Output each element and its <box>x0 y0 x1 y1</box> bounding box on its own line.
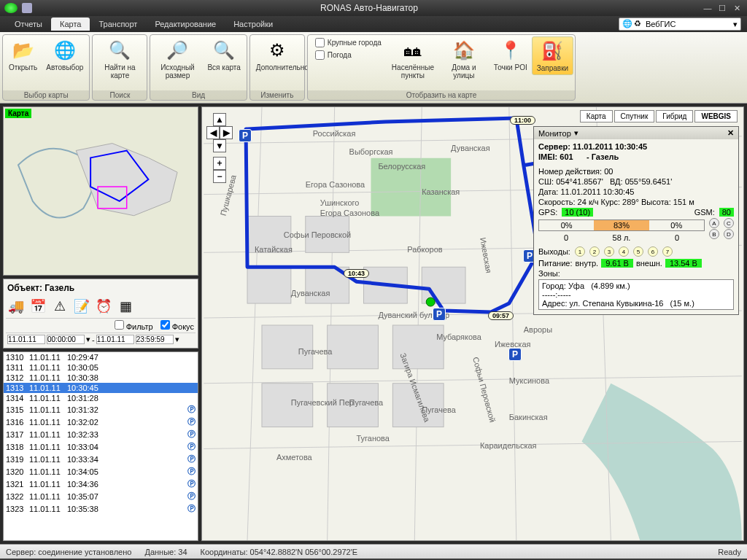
monitor-title-bar[interactable]: Монитор ▾ ✕ <box>534 127 738 139</box>
svg-text:Мубарякова: Мубарякова <box>436 332 482 341</box>
svg-text:Пугачевский Пер: Пугачевский Пер <box>291 398 354 407</box>
zoom-up-button[interactable]: ▲ <box>213 113 226 126</box>
refresh-icon: ♻ <box>634 19 644 29</box>
content: Карта Объект: Газель 🚚 📅 ⚠ 📝 ⏰ ▦ Фильтр <box>0 104 747 544</box>
log-row[interactable]: 131911.01.1110:33:34Ⓟ <box>4 453 198 465</box>
output-indicator: 4 <box>619 246 629 257</box>
monitor-close-button[interactable]: ✕ <box>727 128 734 138</box>
ribbon-icon: 🌐 <box>53 39 77 62</box>
ribbon-item[interactable]: 🏠Дома и улицы <box>438 36 489 82</box>
log-row[interactable]: 131811.01.1110:33:04Ⓟ <box>4 440 198 453</box>
search-input[interactable] <box>646 20 733 28</box>
zoom-right-button[interactable]: ▶ <box>220 126 233 139</box>
log-list[interactable]: 131011.01.1110:29:47131111.01.1110:30:05… <box>3 351 198 541</box>
svg-text:Пугачева: Пугачева <box>349 398 384 407</box>
minimap[interactable]: Карта <box>3 106 198 276</box>
ribbon-icon: 🏠 <box>452 39 476 62</box>
menubar: Отчеты Карта Транспорт Редактирование На… <box>0 16 747 32</box>
svg-text:Дуванская: Дуванская <box>291 289 330 298</box>
maximize-button[interactable]: ☐ <box>716 3 728 13</box>
ribbon-item[interactable]: 🔍Найти на карте <box>94 36 145 82</box>
svg-rect-22 <box>328 325 379 369</box>
dropdown-icon[interactable]: ▾ <box>733 20 738 29</box>
tab-map[interactable]: Карта <box>51 18 90 31</box>
clock-icon[interactable]: ⏰ <box>95 298 112 315</box>
ribbon-item[interactable]: 📍Точки POI <box>489 36 532 74</box>
log-row[interactable]: 132311.01.1110:35:38Ⓟ <box>4 502 198 515</box>
log-row[interactable]: 132111.01.1110:34:36Ⓟ <box>4 478 198 490</box>
calendar-icon[interactable]: 📅 <box>29 298 47 315</box>
ribbon-item[interactable]: ⚙Дополнительно <box>252 36 303 74</box>
log-row[interactable]: 131411.01.1110:31:28 <box>4 393 198 403</box>
svg-point-27 <box>426 298 435 306</box>
log-row[interactable]: 131511.01.1110:31:32Ⓟ <box>4 403 198 416</box>
log-row[interactable]: 132211.01.1110:35:07Ⓟ <box>4 490 198 502</box>
svg-text:Катайская: Катайская <box>255 245 293 254</box>
filter-check[interactable]: Фильтр <box>115 320 153 331</box>
object-panel: Объект: Газель 🚚 📅 ⚠ 📝 ⏰ ▦ Фильтр Фокус … <box>3 279 198 349</box>
svg-text:Дуванская: Дуванская <box>451 144 490 152</box>
zoom-out-button[interactable]: − <box>213 170 226 183</box>
focus-check[interactable]: Фокус <box>160 320 194 331</box>
map-mode-tab[interactable]: WEBGIS <box>694 110 738 122</box>
log-row[interactable]: 131211.01.1110:30:38 <box>4 373 198 383</box>
log-row[interactable]: 131311.01.1110:30:45 <box>4 383 198 393</box>
truck-icon[interactable]: 🚚 <box>7 298 25 315</box>
indicator-letter: B <box>709 229 719 239</box>
ribbon-check[interactable]: Крупные города <box>312 36 384 49</box>
ribbon-group-title: Вид <box>150 90 246 100</box>
parking-icon: P <box>508 348 522 361</box>
search-box[interactable]: 🌐 ♻ ▾ <box>619 18 741 31</box>
close-button[interactable]: ✕ <box>731 3 743 13</box>
log-row[interactable]: 131711.01.1110:32:33Ⓟ <box>4 428 198 440</box>
monitor-panel: Монитор ▾ ✕ Сервер: 11.01.2011 10:30:45 … <box>533 126 739 315</box>
indicator-letter: C <box>724 218 734 228</box>
ribbon-check[interactable]: Погода <box>312 49 384 61</box>
titlebar: RONAS Авто-Навигатор — ☐ ✕ <box>0 0 747 16</box>
output-indicator: 7 <box>662 246 673 257</box>
time-to[interactable] <box>136 335 174 344</box>
warning-icon[interactable]: ⚠ <box>51 298 69 315</box>
log-row[interactable]: 131011.01.1110:29:47 <box>4 352 198 362</box>
map-mode-tab[interactable]: Спутник <box>614 110 655 122</box>
monitor-dropdown-icon[interactable]: ▾ <box>574 128 578 138</box>
date-from[interactable] <box>7 335 45 344</box>
time-from[interactable] <box>47 335 85 344</box>
object-toolbar: 🚚 📅 ⚠ 📝 ⏰ ▦ <box>6 295 196 318</box>
date-to[interactable] <box>96 335 134 344</box>
tab-transport[interactable]: Транспорт <box>90 18 146 31</box>
indicator-letter: D <box>724 229 734 239</box>
tab-settings[interactable]: Настройки <box>225 18 282 31</box>
output-indicator: 5 <box>633 246 643 257</box>
log-row[interactable]: 132011.01.1110:34:05Ⓟ <box>4 465 198 478</box>
ribbon-item[interactable]: 🏘Населённые пункты <box>387 36 438 82</box>
ribbon-icon: ⛽ <box>541 39 564 63</box>
main-map[interactable]: Российская Выборгская Белорусская Егора … <box>201 106 744 541</box>
svg-text:Караидельская: Караидельская <box>480 441 537 450</box>
ribbon-group-title: Выбор карты <box>3 90 89 100</box>
ribbon-item[interactable]: 🔍Вся карта <box>203 36 244 74</box>
tab-reports[interactable]: Отчеты <box>6 18 51 31</box>
zoom-down-button[interactable]: ▼ <box>213 139 226 152</box>
log-row[interactable]: 131111.01.1110:30:05 <box>4 362 198 373</box>
svg-text:Бакинская: Бакинская <box>509 413 548 421</box>
minimize-button[interactable]: — <box>702 3 713 13</box>
ribbon-item[interactable]: ⛽Заправки <box>532 36 573 75</box>
ribbon-item[interactable]: 🔎Исходный размер <box>152 36 203 82</box>
zoom-left-button[interactable]: ◀ <box>206 126 220 139</box>
ribbon-item[interactable]: 📂Открыть <box>4 36 42 74</box>
grid-icon[interactable]: ▦ <box>117 298 134 315</box>
indicator-letter: A <box>709 218 719 228</box>
app-title: RONAS Авто-Навигатор <box>39 3 699 13</box>
ribbon-icon: 🔍 <box>108 39 131 62</box>
status-bar: Сервер: соединение установлено Данные: 3… <box>0 544 747 559</box>
ribbon-item[interactable]: 🌐Автовыбор <box>42 36 88 74</box>
fuel-percent-row: 0% 83% 0% <box>538 219 705 231</box>
svg-text:Рабкоров: Рабкоров <box>407 245 442 254</box>
map-mode-tab[interactable]: Карта <box>580 110 613 122</box>
map-mode-tab[interactable]: Гибрид <box>656 110 693 122</box>
note-icon[interactable]: 📝 <box>73 298 90 315</box>
log-row[interactable]: 131611.01.1110:32:02Ⓟ <box>4 416 198 428</box>
tab-editing[interactable]: Редактирование <box>146 18 225 31</box>
zoom-in-button[interactable]: + <box>213 157 226 170</box>
